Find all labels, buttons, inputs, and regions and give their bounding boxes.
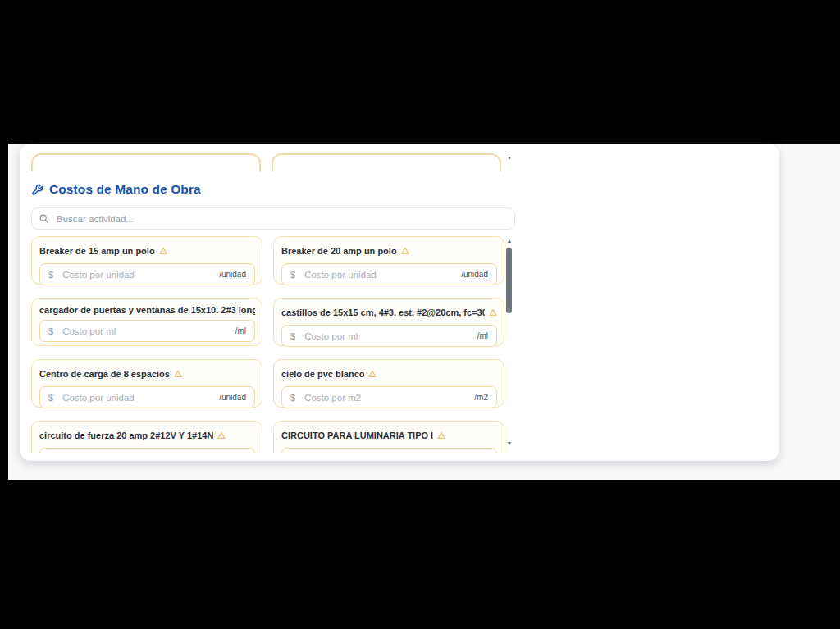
cost-input-group: $ /unidad xyxy=(39,386,255,408)
prev-section-scroll-down-icon[interactable]: ▼ xyxy=(504,154,515,162)
activity-label: circuito de fuerza 20 amp 2#12V Y 1#14N xyxy=(39,431,213,440)
cost-input-group: $ /unidad xyxy=(281,263,497,285)
activity-card: cargador de puertas y ventanas de 15x10.… xyxy=(31,298,262,346)
unit-suffix: /unidad xyxy=(219,393,246,402)
currency-symbol: $ xyxy=(48,326,53,336)
cost-input[interactable] xyxy=(61,269,214,280)
activity-label: cargador de puertas y ventanas de 15x10.… xyxy=(39,305,255,315)
currency-symbol: $ xyxy=(290,331,295,341)
cost-input-group: $ xyxy=(39,448,255,453)
activity-label: castillos de 15x15 cm, 4#3. est. #2@20cm… xyxy=(281,308,485,317)
activity-grid: Breaker de 15 amp un polo $ /unidad Brea… xyxy=(31,236,505,453)
unit-suffix: /unidad xyxy=(461,270,488,279)
cost-input-group: $ /ml xyxy=(39,320,255,342)
cost-input[interactable] xyxy=(303,392,469,403)
unit-suffix: /ml xyxy=(235,326,246,335)
warning-triangle-icon xyxy=(489,305,497,320)
search-input[interactable] xyxy=(55,213,508,225)
cost-input-group: $ /ml xyxy=(281,325,497,347)
list-scroll-up-icon[interactable]: ▲ xyxy=(504,237,515,245)
cost-input[interactable] xyxy=(303,330,472,342)
currency-symbol: $ xyxy=(48,393,53,403)
activity-search xyxy=(31,207,515,230)
activity-label: Centro de carga de 8 espacios xyxy=(39,369,170,379)
activity-card: cielo de pvc blanco $ /m2 xyxy=(273,359,504,408)
cost-input[interactable] xyxy=(61,392,214,403)
warning-triangle-icon xyxy=(401,244,409,258)
activity-card: Centro de carga de 8 espacios $ /unidad xyxy=(31,359,262,408)
warning-triangle-icon xyxy=(368,367,377,381)
warning-triangle-icon xyxy=(217,428,226,443)
warning-triangle-icon xyxy=(159,244,167,258)
activity-card: CIRCUITO PARA LUMINARIA TIPO I $ xyxy=(273,421,504,453)
list-scroll-down-icon[interactable]: ▼ xyxy=(504,440,515,448)
warning-triangle-icon xyxy=(437,428,445,443)
activity-label: Breaker de 20 amp un polo xyxy=(281,246,397,256)
section-header: Costos de Mano de Obra xyxy=(31,182,201,197)
list-scrollbar-thumb[interactable] xyxy=(506,248,512,313)
activity-list-viewport: Breaker de 15 amp un polo $ /unidad Brea… xyxy=(31,236,505,453)
cost-input-group: $ /m2 xyxy=(281,386,497,408)
cost-input-group: $ /unidad xyxy=(39,263,255,285)
currency-symbol: $ xyxy=(290,393,295,403)
unit-suffix: /m2 xyxy=(474,393,488,402)
cost-input[interactable] xyxy=(61,326,231,337)
activity-card: castillos de 15x15 cm, 4#3. est. #2@20cm… xyxy=(273,298,504,346)
currency-symbol: $ xyxy=(290,270,295,280)
labor-costs-panel: ▼ Costos de Mano de Obra xyxy=(20,144,779,461)
unit-suffix: /ml xyxy=(477,331,488,340)
cost-input[interactable] xyxy=(303,269,456,280)
activity-label: CIRCUITO PARA LUMINARIA TIPO I xyxy=(281,431,433,440)
activity-label: Breaker de 15 amp un polo xyxy=(39,246,155,256)
unit-suffix: /unidad xyxy=(219,270,246,279)
screen: ▼ Costos de Mano de Obra xyxy=(0,0,840,629)
warning-triangle-icon xyxy=(174,367,182,381)
section-title: Costos de Mano de Obra xyxy=(49,182,201,197)
search-icon xyxy=(39,213,49,224)
activity-card: Breaker de 15 amp un polo $ /unidad xyxy=(31,236,262,285)
activity-label: cielo de pvc blanco xyxy=(281,369,364,379)
wrench-icon xyxy=(31,184,43,196)
currency-symbol: $ xyxy=(48,270,53,280)
clipped-activity-card xyxy=(272,153,501,171)
activity-card: circuito de fuerza 20 amp 2#12V Y 1#14N … xyxy=(31,421,262,453)
previous-section-clipped-cards xyxy=(31,153,505,171)
cost-input-group: $ xyxy=(281,448,497,453)
activity-card: Breaker de 20 amp un polo $ /unidad xyxy=(273,236,504,285)
clipped-activity-card xyxy=(31,153,261,171)
